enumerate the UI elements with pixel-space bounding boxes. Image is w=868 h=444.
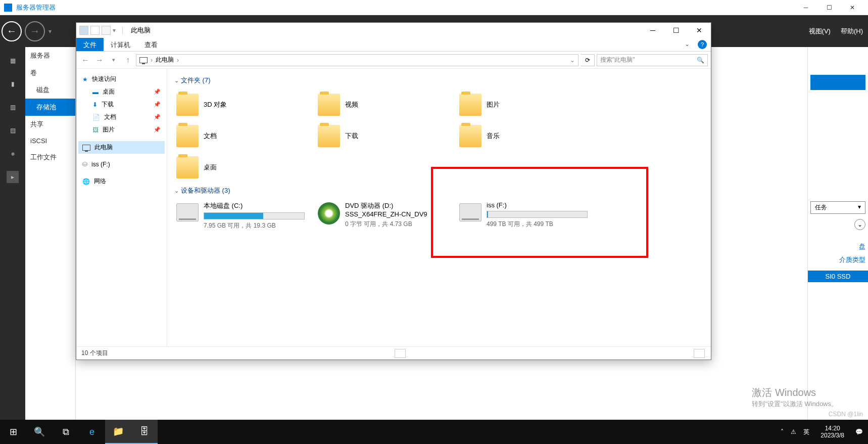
folder-documents[interactable]: 文档 (174, 120, 316, 152)
folder-pictures[interactable]: 图片 (457, 89, 599, 120)
item-count: 10 个项目 (81, 349, 108, 358)
folder-desktop[interactable]: 桌面 (174, 152, 316, 183)
tab-view[interactable]: 查看 (137, 38, 165, 51)
nav-iss-drive[interactable]: ⛁iss (F:) (78, 159, 165, 170)
notifications-icon[interactable]: 💬 (855, 428, 863, 435)
file-explorer-window: ▾ │ 此电脑 ─ ☐ ✕ 文件 计算机 查看 ⌄ ? ← → ▾ ↑ › 此电… (76, 22, 711, 360)
network-warning-icon[interactable]: ⚠ (791, 428, 796, 435)
help-menu[interactable]: 帮助(H) (836, 27, 868, 36)
media-type-link[interactable]: 介质类型 (808, 253, 868, 267)
activation-watermark: 激活 Windows 转到"设置"以激活 Windows。 (752, 386, 838, 409)
explorer-address-bar: ← → ▾ ↑ › 此电脑 › ⌄ ⟳ 搜索"此电脑" 🔍 (76, 52, 711, 69)
group-header-folders[interactable]: 文件夹 (7) (174, 76, 704, 85)
address-input[interactable]: › 此电脑 › ⌄ (136, 54, 578, 66)
role-icon[interactable]: ⎈ (7, 148, 19, 160)
server-manager-icon (4, 4, 12, 12)
sidebar-item-server[interactable]: 服务器 (25, 47, 75, 64)
sidebar-item-pool[interactable]: 存储池 (25, 99, 75, 116)
all-servers-icon[interactable]: ▥ (7, 101, 19, 113)
tab-file[interactable]: 文件 (76, 38, 104, 51)
hdd-icon (176, 203, 199, 221)
sidebar-item-iscsi[interactable]: iSCSI (25, 133, 75, 149)
ribbon-collapse-icon[interactable]: ⌄ (681, 38, 694, 51)
pc-qat-icon[interactable] (79, 26, 88, 35)
nav-documents[interactable]: 📄文档📌 (78, 111, 165, 123)
disk-link[interactable]: 盘 (808, 240, 868, 253)
search-placeholder: 搜索"此电脑" (600, 56, 635, 64)
storage-icon[interactable]: ▸ (7, 171, 19, 183)
nav-downloads[interactable]: ⬇下载📌 (78, 98, 165, 111)
back-button[interactable]: ← (79, 54, 91, 66)
search-input[interactable]: 搜索"此电脑" 🔍 (597, 54, 708, 66)
clock[interactable]: 14:20 2023/3/8 (816, 425, 848, 439)
nav-this-pc[interactable]: 此电脑 (78, 141, 165, 154)
explorer-maximize-button[interactable]: ☐ (664, 23, 688, 38)
sidebar-item-disk[interactable]: 磁盘 (25, 81, 75, 99)
server-manager-sidebar: 服务器 卷 磁盘 存储池 共享 iSCSI 工作文件 (25, 47, 76, 420)
server-manager-right-pane: 任务▾ ⌄ 盘 介质类型 SI0 SSD (807, 47, 868, 420)
forward-button[interactable]: → (93, 54, 106, 66)
tray-chevron-icon[interactable]: ˄ (781, 428, 784, 435)
task-view-button[interactable]: ⧉ (53, 420, 79, 444)
server-manager-titlebar: 服务器管理器 ─ ☐ ✕ (0, 0, 868, 15)
search-button[interactable]: 🔍 (26, 420, 53, 444)
dropdown-caret-icon[interactable]: ▾ (49, 28, 52, 35)
drive-d[interactable]: DVD 驱动器 (D:) SSS_X64FRE_ZH-CN_DV9 0 字节 可… (316, 199, 457, 232)
nav-quick-access[interactable]: ★快速访问 (78, 73, 165, 85)
forward-arrow-icon[interactable]: → (25, 21, 45, 41)
nav-network[interactable]: 🌐网络 (78, 175, 165, 188)
app-title: 服务器管理器 (16, 3, 794, 12)
explorer-title: 此电脑 (131, 26, 642, 35)
hdd-icon (459, 203, 481, 221)
folder-downloads[interactable]: 下载 (316, 120, 457, 152)
file-services-icon[interactable]: ▤ (7, 124, 19, 137)
nav-pictures[interactable]: 🖼图片📌 (78, 123, 165, 136)
ie-button[interactable]: e (79, 420, 105, 444)
sidebar-item-volume[interactable]: 卷 (25, 64, 75, 81)
view-menu[interactable]: 视图(V) (804, 27, 836, 36)
dashboard-icon[interactable]: ▦ (7, 55, 19, 67)
properties-qat-icon[interactable] (90, 26, 100, 35)
qat-dropdown-icon[interactable]: ▾ (113, 27, 116, 34)
folder-music[interactable]: 音乐 (457, 120, 599, 152)
tab-computer[interactable]: 计算机 (104, 38, 137, 51)
close-button[interactable]: ✕ (841, 0, 864, 15)
explorer-ribbon: 文件 计算机 查看 ⌄ ? (76, 38, 711, 52)
start-button[interactable]: ⊞ (0, 420, 26, 444)
refresh-button[interactable]: ⟳ (581, 54, 595, 66)
search-icon: 🔍 (697, 57, 704, 64)
expand-chevron-icon[interactable]: ⌄ (854, 219, 865, 230)
quick-access-toolbar: ▾ (76, 26, 119, 35)
explorer-taskbar-button[interactable]: 📁 (105, 420, 131, 444)
maximize-button[interactable]: ☐ (817, 0, 841, 15)
explorer-titlebar: ▾ │ 此电脑 ─ ☐ ✕ (76, 23, 711, 38)
nav-desktop[interactable]: ▬桌面📌 (78, 85, 165, 98)
explorer-close-button[interactable]: ✕ (688, 23, 711, 38)
details-view-button[interactable] (395, 349, 406, 358)
server-manager-taskbar-button[interactable]: 🗄 (131, 420, 158, 444)
explorer-minimize-button[interactable]: ─ (641, 23, 664, 38)
address-dropdown-icon[interactable]: ⌄ (570, 57, 575, 64)
up-button[interactable]: ↑ (122, 54, 134, 66)
folder-videos[interactable]: 视频 (316, 89, 457, 120)
dvd-icon (318, 202, 340, 225)
sidebar-item-share[interactable]: 共享 (25, 116, 75, 133)
breadcrumb-root[interactable]: 此电脑 (156, 56, 174, 64)
minimize-button[interactable]: ─ (794, 0, 817, 15)
taskbar: ⊞ 🔍 ⧉ e 📁 🗄 ˄ ⚠ 英 14:20 2023/3/8 💬 (0, 420, 868, 444)
history-dropdown-icon[interactable]: ▾ (108, 54, 120, 66)
ime-indicator[interactable]: 英 (803, 428, 809, 436)
explorer-nav-pane: ★快速访问 ▬桌面📌 ⬇下载📌 📄文档📌 🖼图片📌 此电脑 ⛁iss (F:) … (76, 69, 167, 346)
help-icon[interactable]: ? (698, 40, 707, 49)
group-header-drives[interactable]: 设备和驱动器 (3) (174, 186, 704, 195)
icons-view-button[interactable] (694, 349, 705, 358)
sidebar-item-workfile[interactable]: 工作文件 (25, 149, 75, 166)
folder-3d-objects[interactable]: 3D 对象 (174, 89, 316, 120)
explorer-content: 文件夹 (7) 3D 对象 视频 图片 文档 下载 音乐 桌面 设备和驱动器 (… (167, 69, 711, 346)
drive-c[interactable]: 本地磁盘 (C:) 7.95 GB 可用，共 19.3 GB (174, 199, 316, 232)
back-arrow-icon[interactable]: ← (2, 21, 22, 41)
local-server-icon[interactable]: ▮ (7, 78, 19, 90)
new-folder-qat-icon[interactable] (102, 26, 111, 35)
drive-f[interactable]: iss (F:) 499 TB 可用，共 499 TB (457, 199, 599, 232)
task-dropdown[interactable]: 任务▾ (810, 201, 865, 214)
